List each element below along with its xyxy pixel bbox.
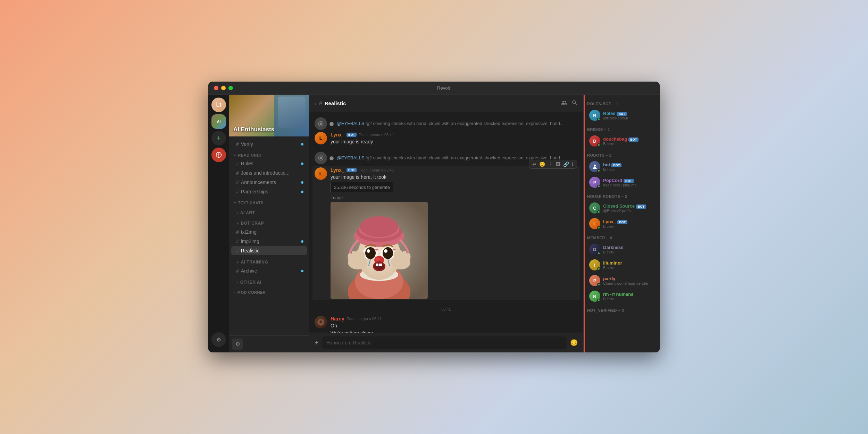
channel-name: Realistic (241, 248, 303, 253)
channel-item-joins[interactable]: # Joins and introductio... (231, 168, 307, 177)
add-attachment-button[interactable]: + (315, 339, 319, 347)
member-name-douchebag: douchebagBOT (603, 136, 654, 142)
member-item-closedsource[interactable]: C Closed SourceBOT @Bobcat2 prefix (586, 200, 658, 216)
member-info-rmrf: rm -rf humans В сети (603, 292, 654, 301)
channel-name: img2img (241, 239, 301, 244)
subcategory-other-ai[interactable]: › OTHER AI (229, 276, 309, 286)
subcategory-ai-training[interactable]: ▾ AI TRAINING (229, 256, 309, 266)
roles-avatar: R (589, 110, 600, 121)
members-category-not-verified: NOT_VERIFIED – 3 (584, 304, 660, 314)
emoji-react-button[interactable]: 😊 (538, 161, 546, 167)
bot-badge-inline: BOT (624, 179, 634, 183)
channel-item-img2img[interactable]: # img2img (231, 237, 307, 246)
info-button[interactable]: ℹ (571, 161, 575, 167)
channel-item-realistic[interactable]: # Realistic (231, 246, 307, 255)
member-status-popcord: need help : ping me (603, 183, 654, 187)
username-harny: Harny (331, 316, 344, 322)
message-group-1: @EYEBALLS !g2 covering cheeks with hand,… (315, 116, 578, 147)
closedsource-avatar: C (589, 202, 600, 214)
server-icon-dm[interactable]: Lt (211, 98, 226, 112)
rmrf-avatar: R (589, 291, 600, 302)
settings-button[interactable]: ⚙ (211, 332, 226, 347)
members-category-bridge: Bridge – 1 (584, 123, 660, 133)
category-read-only[interactable]: ▾ READ ONLY (229, 149, 309, 159)
hash-icon: # (236, 239, 239, 244)
emoji-button[interactable]: 😊 (570, 339, 578, 347)
online-status-dot (597, 283, 600, 286)
member-item-rmrf[interactable]: R rm -rf humans В сети (586, 289, 658, 304)
more-options-button[interactable]: ⋮ (547, 161, 554, 167)
member-item-lynx[interactable]: L Lynx_BOT В сети (586, 216, 658, 231)
minimize-button[interactable] (221, 86, 226, 90)
chat-header-actions (561, 100, 578, 107)
bot-badge-inline: BOT (611, 163, 621, 167)
online-status-dot (597, 143, 600, 147)
chat-input-area: + 😊 (309, 333, 583, 352)
channel-sidebar: AI Enthusiasts # Verify ▾ READ ONLY # Ru… (229, 95, 309, 352)
member-name-closedsource: Closed SourceBOT (603, 203, 654, 209)
back-button[interactable]: ‹ (315, 101, 316, 106)
partly-avatar: P (589, 275, 600, 286)
channel-name: Announcements (241, 180, 301, 185)
member-info-closedsource: Closed SourceBOT @Bobcat2 prefix (603, 203, 654, 213)
channel-item-announcements[interactable]: # Announcements (231, 178, 307, 187)
server-icon-ai-enthusiasts[interactable]: AI (211, 114, 226, 129)
hash-icon: # (236, 229, 239, 235)
hash-icon: # (236, 161, 239, 166)
chat-messages: @EYEBALLS !g2 covering cheeks with hand,… (309, 112, 583, 333)
category-text-chats[interactable]: ▾ TEXT CHATS (229, 197, 309, 206)
red-divider (584, 95, 585, 352)
message-text-harny: Oh We're getting closer (331, 322, 578, 333)
subcategory-ai-art[interactable]: › AI ART (229, 206, 309, 217)
close-button[interactable] (214, 86, 218, 90)
chevron-down-icon: ▾ (237, 260, 239, 264)
member-name-popcord: PopCordBOT (603, 178, 654, 183)
member-item-darkness[interactable]: D Darkness В сети (586, 242, 658, 257)
channel-item-partnerships[interactable]: # Partnerships (231, 187, 307, 196)
channel-hash-icon: # (319, 100, 323, 107)
member-item-illuminor[interactable]: I Illuminor В сети (586, 257, 658, 273)
darkness-avatar: D (589, 244, 600, 255)
message-input[interactable] (322, 336, 567, 349)
subcategory-bot-crap[interactable]: ▾ BOT CRAP (229, 217, 309, 227)
channel-item-archive[interactable]: # Archive (231, 266, 307, 275)
online-status-dot (597, 210, 600, 214)
svg-rect-30 (379, 264, 382, 266)
channel-item-rules[interactable]: # Rules (231, 159, 307, 168)
channel-item-txt2img[interactable]: # txt2img (231, 227, 307, 236)
search-icon[interactable] (571, 100, 578, 107)
link-button[interactable]: 🔗 (562, 161, 570, 167)
generated-image[interactable] (331, 202, 428, 299)
members-category-house-robots: House ROBOTS – 2 (584, 190, 660, 200)
settings-gear-button[interactable]: ⚙ (232, 339, 243, 350)
member-item-bot[interactable]: botBOT !d help (586, 159, 658, 174)
bot-badge-inline: BOT (628, 137, 639, 142)
member-item-roles[interactable]: R RolesBOT @Roles colour (586, 108, 658, 123)
member-item-douchebag[interactable]: D douchebagBOT В сети (586, 133, 658, 149)
window-title: Revolt (233, 85, 654, 91)
image-button[interactable]: 🖼 (554, 161, 561, 167)
message-row-lynx-2: ↩ 😊 ⋮ 🖼 🔗 ℹ L Lynx_ (312, 166, 580, 300)
explore-icon[interactable] (211, 148, 226, 162)
chevron-right-icon: › (237, 281, 238, 284)
members-category-robots: robots – 2 (584, 149, 660, 159)
maximize-button[interactable] (228, 86, 233, 90)
online-status-dot (597, 252, 600, 255)
eyeballs-mention-text-2: @EYEBALLS !g2 covering cheeks with hand,… (329, 155, 564, 161)
members-icon[interactable] (561, 100, 567, 107)
add-server-button[interactable]: + (211, 131, 226, 145)
svg-point-18 (360, 216, 398, 237)
unread-dot (301, 143, 303, 145)
channel-item-verify[interactable]: # Verify (231, 140, 307, 149)
member-name-illuminor: Illuminor (603, 260, 654, 266)
reply-button[interactable]: ↩ (531, 161, 537, 167)
member-item-popcord[interactable]: P PopCordBOT need help : ping me (586, 175, 658, 190)
message-timestamp: Посл. среда в 03:41 (359, 133, 394, 137)
message-text-2: your image is here, It took 25.336 secon… (331, 174, 578, 194)
members-sidebar: roles-bot – 1 R RolesBOT @Roles colour B… (583, 95, 660, 352)
member-name-partly: partly (603, 276, 654, 281)
category-mod-corner[interactable]: › MOD CORNER (229, 286, 309, 296)
eyeballs-preview-msg: @EYEBALLS !g2 covering cheeks with hand,… (315, 116, 578, 131)
message-group-2: @EYEBALLS !g2 covering cheeks with hand,… (315, 151, 578, 301)
member-item-partly[interactable]: P partly Commowonist Egg-gender (586, 273, 658, 288)
